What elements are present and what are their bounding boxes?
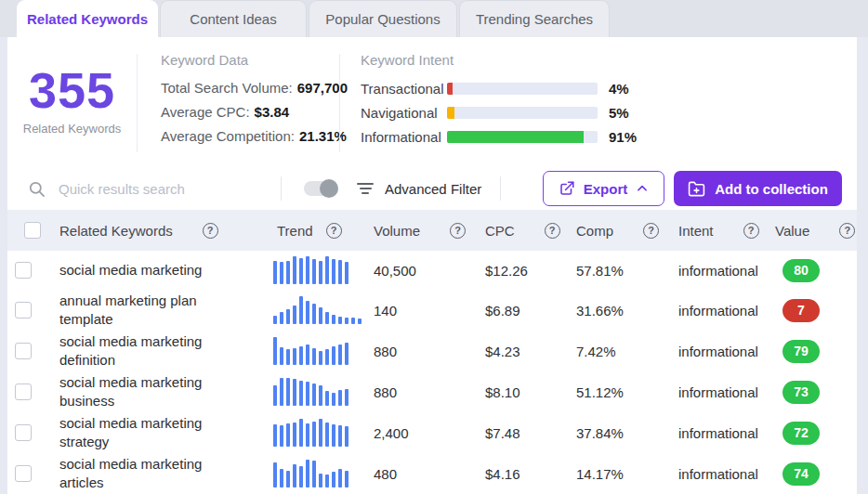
- row-checkbox[interactable]: [15, 343, 32, 359]
- header-comp: Comp?: [569, 223, 671, 239]
- row-checkbox[interactable]: [15, 424, 32, 441]
- tab-trending-searches[interactable]: Trending Searches: [459, 0, 610, 37]
- help-icon[interactable]: ?: [743, 223, 759, 239]
- intent-label: Navigational: [361, 105, 447, 121]
- trend-bar: [286, 309, 290, 324]
- keyword-data-title: Keyword Data: [161, 52, 339, 68]
- trend-bar: [332, 259, 335, 284]
- intent-label: Transactional: [361, 81, 447, 97]
- trend-bar: [299, 258, 303, 284]
- trend-bar: [319, 385, 322, 406]
- keyword-cell[interactable]: social media marketing business: [52, 371, 270, 412]
- keyword-cell[interactable]: social media marketing strategy: [52, 412, 270, 453]
- keyword-data-block: Keyword Data Total Search Volume:697,700…: [138, 52, 339, 167]
- trend-bar: [280, 262, 283, 284]
- trend-bar: [306, 344, 309, 365]
- trend-bar: [345, 343, 349, 365]
- trend-sparkline: [273, 256, 366, 284]
- trend-bar: [325, 312, 329, 324]
- intent-row-transactional: Transactional 4%: [361, 76, 637, 100]
- summary-strip: 355 Related Keywords Keyword Data Total …: [7, 37, 857, 167]
- trend-bar: [293, 348, 296, 365]
- trend-bar: [325, 391, 329, 406]
- trend-bar: [338, 344, 342, 365]
- trend-bar: [299, 346, 303, 365]
- trend-bar: [293, 422, 296, 447]
- intent-cell: informational: [671, 303, 768, 318]
- help-icon[interactable]: ?: [839, 223, 855, 239]
- cpc-cell: $12.26: [478, 263, 569, 279]
- volume-cell: 140: [366, 303, 478, 318]
- intent-row-navigational: Navigational 5%: [361, 100, 637, 124]
- advanced-filter-toggle[interactable]: [304, 181, 336, 196]
- trend-bar: [273, 424, 277, 447]
- search-input[interactable]: [59, 181, 281, 197]
- select-all-checkbox[interactable]: [24, 222, 41, 239]
- header-label: Intent: [678, 223, 714, 239]
- trend-bar: [273, 462, 277, 488]
- keyword-cell[interactable]: social media marketing articles: [52, 453, 270, 494]
- trend-bar: [319, 261, 322, 284]
- select-all-cell: [7, 222, 52, 239]
- table-row: social media marketing business880$8.105…: [7, 371, 857, 412]
- intent-row-informational: Informational 91%: [361, 124, 637, 149]
- volume-cell: 480: [366, 466, 478, 482]
- trend-bar: [280, 312, 283, 324]
- trend-bar: [273, 337, 277, 365]
- folder-plus-icon: [688, 180, 705, 198]
- row-checkbox[interactable]: [15, 302, 32, 318]
- trend-bar: [312, 384, 316, 406]
- export-button[interactable]: Export: [543, 171, 664, 206]
- cpc-cell: $4.23: [478, 344, 569, 359]
- row-checkbox[interactable]: [15, 262, 32, 279]
- average-competition: Average Competition:21.31%: [161, 124, 339, 149]
- header-value: Value?: [768, 223, 857, 239]
- cpc-cell: $7.48: [478, 425, 569, 441]
- trend-cell: [270, 337, 366, 365]
- row-checkbox[interactable]: [15, 465, 32, 482]
- tab-popular-questions[interactable]: Popular Questions: [309, 0, 457, 37]
- table-row: social media marketing definition880$4.2…: [7, 331, 857, 371]
- trend-bar: [319, 419, 322, 447]
- trend-bar: [299, 419, 303, 447]
- results-card: 355 Related Keywords Keyword Data Total …: [7, 37, 857, 494]
- tab-related-keywords[interactable]: Related Keywords: [17, 0, 158, 37]
- trend-bar: [293, 306, 296, 324]
- cpc-cell: $4.16: [478, 466, 569, 482]
- intent-bar-fill: [447, 83, 453, 95]
- trend-bar: [319, 474, 322, 488]
- keyword-intent-block: Keyword Intent Transactional 4% Navigati…: [340, 52, 637, 167]
- keyword-cell[interactable]: social media marketing definition: [52, 331, 270, 371]
- keyword-cell[interactable]: annual marketing plan template: [52, 290, 270, 331]
- trend-bar: [306, 460, 309, 488]
- cpc-cell: $6.89: [478, 303, 569, 318]
- comp-cell: 51.12%: [569, 384, 671, 400]
- help-icon[interactable]: ?: [643, 223, 659, 239]
- value-badge: 79: [783, 340, 820, 363]
- header-intent: Intent?: [671, 223, 768, 239]
- help-icon[interactable]: ?: [203, 223, 218, 239]
- add-to-collection-button[interactable]: Add to collection: [674, 171, 842, 206]
- row-checkbox[interactable]: [15, 384, 32, 400]
- trend-bar: [306, 423, 309, 447]
- table-header: Related Keywords? Trend? Volume? CPC? Co…: [7, 210, 857, 251]
- value-cell: 73: [768, 381, 857, 404]
- help-icon[interactable]: ?: [450, 223, 466, 239]
- help-icon[interactable]: ?: [326, 223, 342, 239]
- tab-content-ideas[interactable]: Content Ideas: [160, 0, 307, 37]
- chevron-up-icon: [636, 182, 649, 195]
- help-icon[interactable]: ?: [545, 223, 560, 239]
- trend-bar: [332, 315, 335, 324]
- volume-cell: 880: [366, 344, 478, 359]
- filter-lines-icon[interactable]: [357, 183, 374, 194]
- trend-bar: [312, 422, 316, 447]
- stat-label: Average Competition:: [161, 128, 295, 144]
- volume-cell: 880: [366, 384, 478, 400]
- keyword-count-label: Related Keywords: [23, 122, 122, 136]
- tab-label: Popular Questions: [325, 11, 440, 27]
- average-cpc: Average CPC:$3.84: [161, 100, 339, 124]
- header-cpc: CPC?: [478, 223, 569, 239]
- keyword-cell[interactable]: social media marketing: [52, 259, 270, 281]
- add-to-collection-label: Add to collection: [715, 181, 828, 197]
- value-badge: 73: [783, 381, 820, 404]
